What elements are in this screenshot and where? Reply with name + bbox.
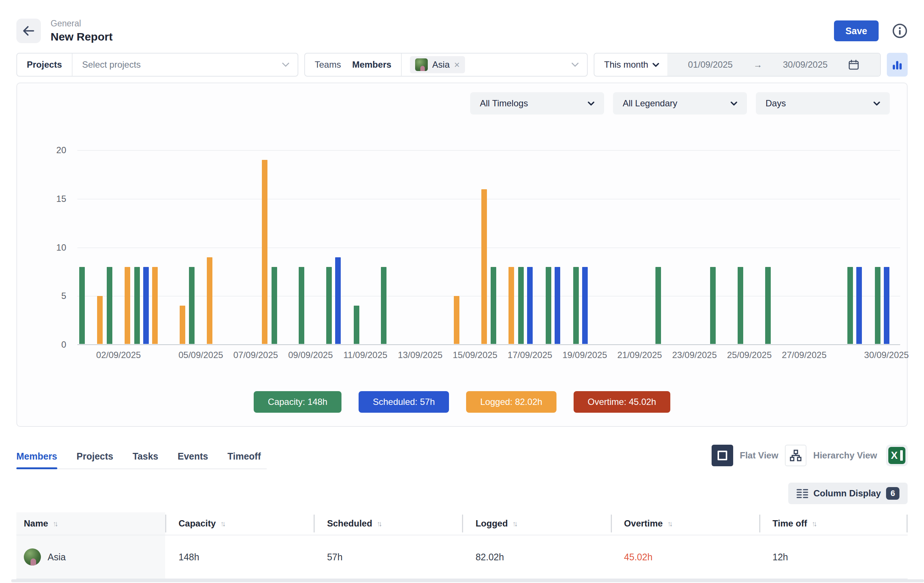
bar-logged-02/09/2025: [125, 267, 130, 344]
chart-view-button[interactable]: [887, 53, 908, 77]
end-date[interactable]: 30/09/2025: [783, 59, 828, 70]
projects-label: Projects: [17, 59, 72, 70]
report-page: General New Report Save Projects Select …: [0, 0, 924, 583]
x-axis-tick: 11/09/2025: [343, 350, 387, 360]
x-axis-tick: 17/09/2025: [508, 350, 553, 360]
chart-legend: Capacity: 148hScheduled: 57hLogged: 82.0…: [17, 391, 907, 413]
flat-view-icon: [718, 451, 727, 460]
bar-capacity-25/09/2025: [738, 267, 743, 344]
bar-capacity-19/09/2025: [573, 267, 579, 344]
horizontal-scrollbar[interactable]: [11, 579, 924, 582]
avatar: [24, 548, 41, 565]
legend-logged-button[interactable]: Logged: 82.02h: [466, 391, 556, 413]
gridline-0: [78, 344, 900, 345]
sort-icon[interactable]: ↑↓: [377, 519, 381, 528]
column-label: Logged: [475, 518, 508, 529]
calendar-icon[interactable]: [848, 59, 859, 70]
date-range-field[interactable]: 01/09/2025 → 30/09/2025: [667, 54, 880, 76]
table-row[interactable]: Asia 148h 57h 82.02h 45.02h 12h: [16, 535, 908, 579]
column-label: Name: [24, 518, 48, 529]
bar-capacity-26/09/2025: [765, 267, 771, 344]
legend-scheduled-button[interactable]: Scheduled: 57h: [359, 391, 449, 413]
tab-members[interactable]: Members: [16, 451, 57, 468]
legendary-dropdown[interactable]: All Legendary: [613, 92, 747, 115]
sort-icon[interactable]: ↑↓: [512, 519, 516, 528]
tab-timeoff[interactable]: Timeoff: [227, 451, 261, 468]
flat-view-button[interactable]: [711, 445, 733, 466]
period-select: This month 01/09/2025 → 30/09/2025: [594, 53, 881, 77]
table-header: Name↑↓Capacity↑↓Scheduled↑↓Logged↑↓Overt…: [16, 512, 908, 535]
x-axis-tick: 05/09/2025: [178, 350, 223, 360]
view-controls: Flat View Hierarchy View X: [711, 445, 908, 469]
back-button[interactable]: [16, 18, 41, 43]
bar-logged-01/09/2025: [97, 296, 103, 344]
timelogs-dropdown[interactable]: All Timelogs: [470, 92, 604, 115]
legend-capacity-button[interactable]: Capacity: 148h: [254, 391, 342, 413]
column-header-overtime[interactable]: Overtime↑↓: [611, 512, 759, 535]
y-axis-tick: 0: [42, 339, 66, 350]
column-header-scheduled[interactable]: Scheduled↑↓: [314, 512, 462, 535]
info-icon[interactable]: [892, 23, 908, 39]
tab-events[interactable]: Events: [177, 451, 208, 468]
column-header-logged[interactable]: Logged↑↓: [462, 512, 610, 535]
bar-capacity-09/09/2025: [299, 267, 304, 344]
sort-icon[interactable]: ↑↓: [220, 519, 224, 528]
remove-member-icon[interactable]: ×: [454, 60, 460, 69]
column-header-time-off[interactable]: Time off↑↓: [759, 512, 908, 535]
projects-placeholder: Select projects: [73, 59, 282, 70]
cell-timeoff: 12h: [759, 535, 908, 578]
bar-scheduled-03/09/2025: [143, 267, 149, 344]
legendary-dropdown-label: All Legendary: [623, 98, 677, 109]
tabs: MembersProjectsTasksEventsTimeoff: [16, 451, 267, 469]
bar-scheduled-17/09/2025: [527, 267, 533, 344]
bar-chart-icon: [891, 59, 903, 71]
cell-logged: 82.02h: [462, 535, 610, 578]
columns-icon: [796, 488, 808, 499]
chart-card: All Timelogs All Legendary Days 05101520…: [16, 82, 908, 427]
sort-icon[interactable]: ↑↓: [812, 519, 815, 528]
gridline-15: [78, 199, 900, 199]
hierarchy-view-button[interactable]: [785, 445, 807, 466]
chart-filter-row: All Timelogs All Legendary Days: [17, 92, 907, 115]
tab-tasks[interactable]: Tasks: [132, 451, 158, 468]
page-title: New Report: [51, 30, 113, 43]
excel-export-button[interactable]: X: [886, 445, 908, 466]
projects-select[interactable]: Projects Select projects: [16, 53, 298, 77]
start-date[interactable]: 01/09/2025: [688, 59, 733, 70]
column-header-name[interactable]: Name↑↓: [16, 512, 165, 535]
y-axis-tick: 15: [42, 194, 66, 204]
unit-dropdown[interactable]: Days: [756, 92, 890, 115]
save-button[interactable]: Save: [834, 20, 879, 41]
header: General New Report Save: [16, 15, 908, 47]
plot-area: 0510152002/09/202505/09/202507/09/202509…: [78, 150, 900, 345]
x-axis-tick: 13/09/2025: [398, 350, 443, 360]
bar-scheduled-10/09/2025: [335, 257, 341, 344]
x-axis-tick: 23/09/2025: [672, 350, 717, 360]
sort-icon[interactable]: ↑↓: [53, 519, 56, 528]
sort-icon[interactable]: ↑↓: [667, 519, 671, 528]
column-display-button[interactable]: Column Display 6: [788, 483, 908, 504]
legend-overtime-button[interactable]: Overtime: 45.02h: [574, 391, 670, 413]
x-axis-tick: 02/09/2025: [96, 350, 141, 360]
bar-capacity-02/09/2025: [107, 267, 112, 344]
bar-capacity-01/09/2025: [79, 267, 85, 344]
x-axis-tick: 27/09/2025: [782, 350, 827, 360]
cell-scheduled: 57h: [314, 535, 462, 578]
bar-capacity-22/09/2025: [655, 267, 661, 344]
members-select[interactable]: Teams Members Asia ×: [304, 53, 588, 77]
breadcrumb: General: [51, 18, 113, 29]
members-toggle[interactable]: Members: [341, 59, 391, 70]
x-axis-tick: 15/09/2025: [453, 350, 497, 360]
column-display-label: Column Display: [813, 488, 881, 499]
bar-capacity-16/09/2025: [491, 267, 496, 344]
teams-toggle[interactable]: Teams: [305, 59, 341, 70]
bar-capacity-05/09/2025: [189, 267, 195, 344]
flat-view-label: Flat View: [740, 450, 779, 461]
tab-projects[interactable]: Projects: [77, 451, 114, 468]
range-arrow: →: [753, 59, 762, 70]
period-preset-dropdown[interactable]: This month: [594, 54, 667, 76]
member-chip-asia[interactable]: Asia ×: [410, 56, 465, 73]
chevron-down-icon: [652, 63, 659, 67]
bar-capacity-24/09/2025: [710, 267, 716, 344]
column-header-capacity[interactable]: Capacity↑↓: [165, 512, 314, 535]
